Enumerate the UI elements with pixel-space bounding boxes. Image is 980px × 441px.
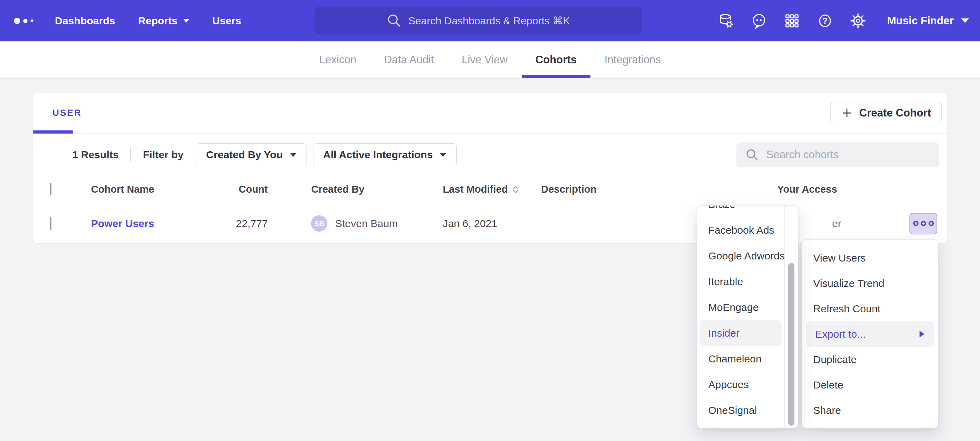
col-header-last-modified[interactable]: Last Modified bbox=[443, 184, 541, 195]
menu-item-visualize-trend[interactable]: Visualize Trend bbox=[802, 271, 938, 296]
export-submenu: Braze Facebook Ads Google Adwords Iterab… bbox=[697, 205, 798, 428]
row-checkbox[interactable] bbox=[50, 217, 51, 230]
menu-item-export-to[interactable]: Export to... bbox=[806, 321, 934, 347]
filter-integrations-label: All Active Integrations bbox=[323, 149, 433, 161]
logo-dot-large bbox=[14, 18, 20, 24]
feedback-icon[interactable] bbox=[751, 13, 767, 29]
filter-integrations[interactable]: All Active Integrations bbox=[313, 143, 457, 166]
tab-integrations[interactable]: Integrations bbox=[590, 42, 675, 78]
apps-grid-icon[interactable] bbox=[784, 13, 800, 29]
scrollbar-thumb[interactable] bbox=[788, 263, 794, 426]
cohort-search-input[interactable] bbox=[766, 149, 919, 161]
tab-data-audit[interactable]: Data Audit bbox=[370, 42, 448, 78]
logo-dot-small bbox=[30, 19, 33, 22]
chevron-down-icon bbox=[440, 153, 447, 157]
more-dot bbox=[921, 221, 926, 226]
workspace-name: Music Finder bbox=[887, 14, 954, 27]
menu-item-view-users[interactable]: View Users bbox=[802, 245, 938, 271]
tab-cohorts[interactable]: Cohorts bbox=[522, 42, 591, 78]
global-search-bar[interactable]: Search Dashboards & Reports ⌘K bbox=[315, 6, 642, 34]
cohorts-card: USER Create Cohort 1 Results Filter by C… bbox=[33, 92, 947, 243]
nav-reports-label: Reports bbox=[138, 15, 177, 27]
menu-item-share[interactable]: Share bbox=[802, 398, 938, 423]
tab-lexicon[interactable]: Lexicon bbox=[305, 42, 371, 78]
tab-lexicon-label: Lexicon bbox=[319, 54, 356, 66]
tab-user-cohorts[interactable]: USER bbox=[52, 107, 82, 118]
menu-item-duplicate[interactable]: Duplicate bbox=[802, 347, 938, 372]
workspace-switcher[interactable]: Music Finder bbox=[887, 14, 969, 27]
cohort-count: 22,777 bbox=[206, 218, 268, 230]
avatar: SB bbox=[311, 215, 327, 232]
col-header-cohort-name: Cohort Name bbox=[91, 184, 206, 195]
create-cohort-button[interactable]: Create Cohort bbox=[830, 102, 942, 123]
svg-text:?: ? bbox=[822, 16, 827, 26]
last-modified-cell: Jan 6, 2021 bbox=[443, 218, 541, 230]
cohort-name-link[interactable]: Power Users bbox=[91, 218, 154, 229]
mixpanel-logo[interactable] bbox=[14, 18, 33, 24]
nav-dashboards[interactable]: Dashboards bbox=[55, 15, 115, 27]
chevron-down-icon bbox=[961, 18, 969, 23]
settings-gear-icon[interactable] bbox=[850, 13, 866, 29]
more-dot bbox=[913, 221, 918, 226]
submenu-item-iterable[interactable]: Iterable bbox=[697, 269, 798, 295]
row-context-menu: View Users Visualize Trend Refresh Count… bbox=[802, 239, 938, 428]
col-header-description: Description bbox=[541, 184, 777, 195]
col-header-created-by: Created By bbox=[268, 184, 443, 195]
row-more-actions-button[interactable] bbox=[910, 213, 937, 235]
search-icon bbox=[745, 148, 759, 161]
submenu-item-insider[interactable]: Insider bbox=[700, 320, 781, 346]
scrollbar-track bbox=[784, 206, 785, 428]
sort-icon bbox=[512, 184, 520, 195]
created-by-cell: SB Steven Baum bbox=[267, 215, 443, 232]
nav-reports[interactable]: Reports bbox=[138, 15, 189, 27]
help-icon[interactable]: ? bbox=[817, 13, 833, 29]
nav-right-controls: ? Music Finder bbox=[718, 0, 969, 42]
global-search-placeholder: Search Dashboards & Reports ⌘K bbox=[408, 14, 570, 27]
created-by-name: Steven Baum bbox=[335, 218, 398, 230]
data-settings-icon[interactable] bbox=[718, 13, 734, 29]
logo-dot-medium bbox=[23, 19, 27, 23]
primary-nav: Dashboards Reports Users bbox=[55, 15, 241, 27]
cohorts-card-header: USER Create Cohort bbox=[33, 93, 947, 134]
filter-created-by[interactable]: Created By You bbox=[196, 143, 307, 166]
nav-users[interactable]: Users bbox=[212, 15, 241, 27]
filter-toolbar: 1 Results Filter by Created By You All A… bbox=[33, 134, 947, 176]
submenu-item-chameleon[interactable]: Chameleon bbox=[697, 346, 798, 372]
chevron-down-icon bbox=[183, 19, 189, 22]
tab-data-audit-label: Data Audit bbox=[384, 54, 434, 66]
menu-item-delete[interactable]: Delete bbox=[802, 372, 938, 398]
divider bbox=[130, 147, 131, 162]
create-cohort-label: Create Cohort bbox=[859, 107, 931, 119]
tab-integrations-label: Integrations bbox=[605, 54, 661, 66]
top-nav: Dashboards Reports Users Search Dashboar… bbox=[0, 0, 980, 42]
tab-live-view[interactable]: Live View bbox=[448, 42, 521, 78]
user-tab-active-indicator bbox=[33, 130, 73, 134]
submenu-item-braze[interactable]: Braze bbox=[697, 205, 798, 217]
filter-by-label: Filter by bbox=[143, 149, 183, 161]
chevron-down-icon bbox=[290, 153, 297, 157]
nav-dashboards-label: Dashboards bbox=[55, 15, 115, 27]
nav-users-label: Users bbox=[212, 15, 241, 27]
search-icon bbox=[387, 13, 401, 28]
results-count: 1 Results bbox=[72, 149, 118, 161]
table-row: Power Users 22,777 SB Steven Baum Jan 6,… bbox=[33, 203, 947, 244]
section-tabs: Lexicon Data Audit Live View Cohorts Int… bbox=[0, 42, 980, 78]
submenu-item-moengage[interactable]: MoEngage bbox=[697, 295, 798, 320]
table-header-row: Cohort Name Count Created By Last Modifi… bbox=[33, 176, 947, 203]
tab-cohorts-label: Cohorts bbox=[536, 54, 577, 66]
tab-live-view-label: Live View bbox=[461, 54, 508, 66]
more-dot bbox=[929, 221, 934, 226]
menu-item-refresh-count[interactable]: Refresh Count bbox=[802, 296, 938, 321]
submenu-item-appcues[interactable]: Appcues bbox=[697, 372, 798, 398]
filter-created-by-label: Created By You bbox=[206, 149, 283, 161]
select-all-checkbox[interactable] bbox=[50, 183, 51, 195]
col-header-count: Count bbox=[206, 184, 268, 195]
submenu-arrow-icon bbox=[920, 331, 925, 337]
submenu-item-google-adwords[interactable]: Google Adwords bbox=[697, 243, 798, 269]
cohort-search-box bbox=[737, 142, 939, 167]
plus-icon bbox=[841, 107, 853, 119]
submenu-item-onesignal[interactable]: OneSignal bbox=[697, 398, 798, 423]
col-header-your-access: Your Access bbox=[777, 184, 910, 195]
submenu-item-facebook-ads[interactable]: Facebook Ads bbox=[697, 217, 798, 243]
